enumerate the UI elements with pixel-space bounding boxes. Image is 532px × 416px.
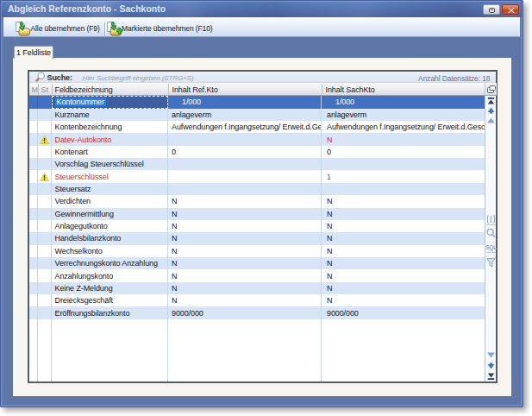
svg-text:SQL: SQL	[485, 244, 497, 251]
